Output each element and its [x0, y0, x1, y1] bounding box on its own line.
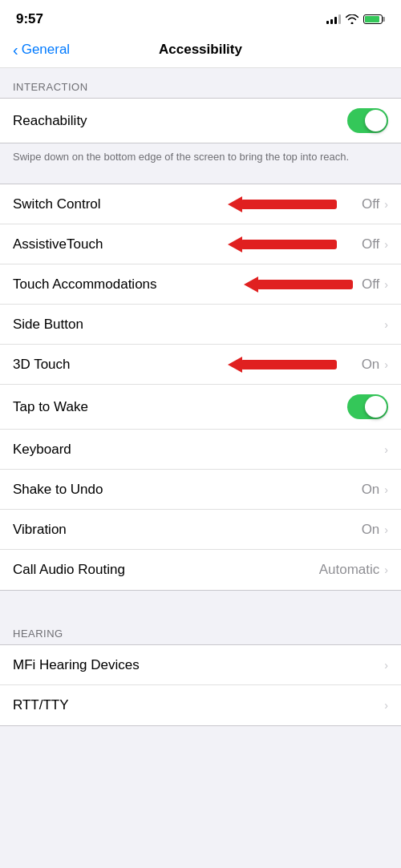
vibration-value: On — [362, 522, 380, 538]
battery-icon — [363, 14, 385, 24]
toggle-thumb — [365, 396, 387, 418]
mfi-hearing-right: › — [384, 659, 388, 672]
tap-to-wake-toggle[interactable] — [347, 394, 388, 419]
assistive-touch-right: Off › — [362, 236, 388, 252]
switch-control-value: Off — [362, 196, 379, 212]
chevron-right-icon: › — [384, 483, 388, 496]
chevron-right-icon: › — [384, 278, 388, 291]
hearing-settings-group: MFi Hearing Devices › RTT/TTY › — [0, 644, 401, 726]
rtt-tty-right: › — [384, 699, 388, 712]
side-button-row[interactable]: Side Button › — [0, 305, 401, 345]
3d-touch-label: 3D Touch — [13, 357, 362, 373]
chevron-right-icon: › — [384, 563, 388, 576]
call-audio-routing-label: Call Audio Routing — [13, 562, 319, 578]
interaction-settings-group: Switch Control Off › AssistiveTouch Off … — [0, 184, 401, 591]
shake-to-undo-row[interactable]: Shake to Undo On › — [0, 470, 401, 510]
reachability-description: Swipe down on the bottom edge of the scr… — [0, 143, 401, 177]
rtt-tty-label: RTT/TTY — [13, 697, 384, 713]
hearing-section-header: HEARING — [0, 615, 401, 644]
back-label: General — [22, 42, 70, 58]
keyboard-label: Keyboard — [13, 442, 384, 458]
chevron-right-icon: › — [384, 699, 388, 712]
chevron-right-icon: › — [384, 238, 388, 251]
reachability-group: Reachability — [0, 98, 401, 143]
chevron-right-icon: › — [384, 318, 388, 331]
shake-to-undo-value: On — [362, 482, 380, 498]
side-button-label: Side Button — [13, 317, 384, 333]
back-button[interactable]: ‹ General — [13, 42, 70, 58]
chevron-right-icon: › — [384, 659, 388, 672]
status-icons — [326, 14, 385, 24]
switch-control-right: Off › — [362, 196, 388, 212]
keyboard-right: › — [384, 443, 388, 456]
reachability-row[interactable]: Reachability — [0, 99, 401, 143]
assistive-touch-row[interactable]: AssistiveTouch Off › — [0, 224, 401, 264]
shake-to-undo-right: On › — [362, 482, 388, 498]
interaction-section-header: INTERACTION — [0, 68, 401, 98]
touch-accommodations-label: Touch Accommodations — [13, 277, 362, 293]
nav-bar: ‹ General Accessibility — [0, 35, 401, 68]
switch-control-label: Switch Control — [13, 196, 362, 212]
touch-accommodations-right: Off › — [362, 277, 388, 293]
chevron-right-icon: › — [384, 198, 388, 211]
back-chevron-icon: ‹ — [13, 42, 18, 58]
call-audio-routing-value: Automatic — [319, 562, 380, 578]
signal-icon — [326, 14, 341, 24]
side-button-right: › — [384, 318, 388, 331]
tap-to-wake-row[interactable]: Tap to Wake — [0, 385, 401, 430]
assistive-touch-value: Off — [362, 236, 379, 252]
reachability-label: Reachability — [13, 113, 347, 129]
assistive-touch-label: AssistiveTouch — [13, 236, 362, 252]
keyboard-row[interactable]: Keyboard › — [0, 430, 401, 470]
3d-touch-row[interactable]: 3D Touch On › — [0, 345, 401, 385]
wifi-icon — [346, 14, 358, 24]
vibration-label: Vibration — [13, 522, 362, 538]
3d-touch-value: On — [362, 357, 380, 373]
switch-control-row[interactable]: Switch Control Off › — [0, 184, 401, 224]
3d-touch-right: On › — [362, 357, 388, 373]
chevron-right-icon: › — [384, 523, 388, 536]
reachability-toggle[interactable] — [347, 108, 388, 133]
mfi-hearing-row[interactable]: MFi Hearing Devices › — [0, 645, 401, 685]
chevron-right-icon: › — [384, 443, 388, 456]
call-audio-routing-row[interactable]: Call Audio Routing Automatic › — [0, 550, 401, 590]
touch-accommodations-value: Off — [362, 277, 379, 293]
call-audio-routing-right: Automatic › — [319, 562, 388, 578]
vibration-row[interactable]: Vibration On › — [0, 510, 401, 550]
touch-accommodations-row[interactable]: Touch Accommodations Off › — [0, 264, 401, 305]
chevron-right-icon: › — [384, 358, 388, 371]
mfi-hearing-label: MFi Hearing Devices — [13, 657, 384, 673]
shake-to-undo-label: Shake to Undo — [13, 482, 362, 498]
page-title: Accessibility — [159, 42, 242, 58]
tap-to-wake-label: Tap to Wake — [13, 399, 347, 415]
status-time: 9:57 — [16, 11, 43, 27]
rtt-tty-row[interactable]: RTT/TTY › — [0, 685, 401, 725]
status-bar: 9:57 — [0, 0, 401, 35]
toggle-thumb — [365, 110, 387, 131]
vibration-right: On › — [362, 522, 388, 538]
